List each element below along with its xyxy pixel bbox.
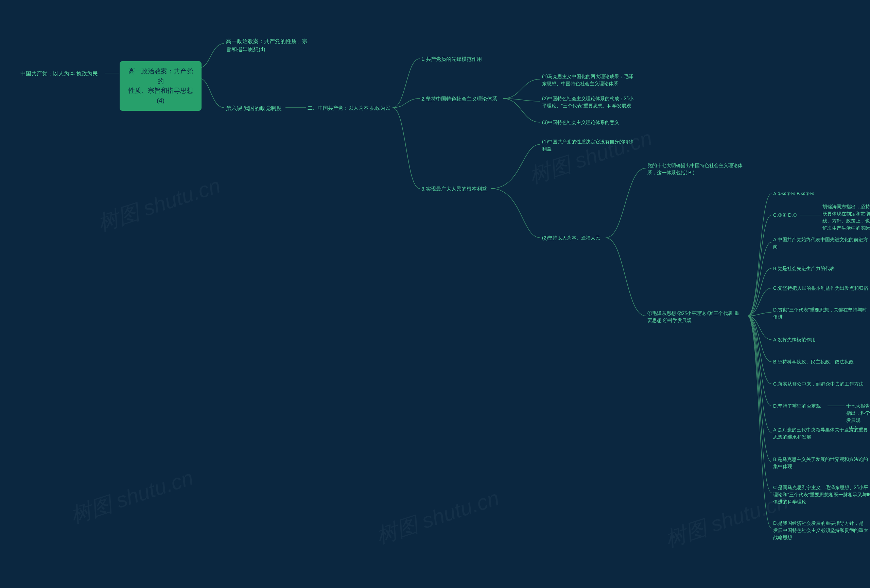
q2-b[interactable]: B.党是社会先进生产力的代表 — [773, 265, 835, 272]
node-3-2-a[interactable]: 党的十七大明确提出中国特色社会主义理论体 系，这一体系包括( B ) — [647, 162, 753, 176]
q3-c-label: C.落实从群众中来，到群众中去的工作方法 — [773, 381, 864, 387]
node-3-2-b-l1: ①毛泽东思想 ②邓小平理论 ③"三个代表"重 — [647, 310, 749, 317]
q4-c[interactable]: C.是同马克思列宁主义、毛泽东思想、邓小平 理论和"三个代表"重要思想相既一脉相… — [773, 484, 870, 505]
q4-b-l1: B.是马克思主义关于发展的世界观和方法论的 — [773, 456, 870, 463]
root-left-label: 中国共产党：以人为本 执政为民 — [20, 71, 98, 76]
q2-a-l1: A.中国共产党始终代表中国先进文化的前进方 — [773, 236, 870, 243]
mindmap-canvas: 树图 shutu.cn 树图 shutu.cn 树图 shutu.cn 树图 s… — [0, 0, 870, 588]
q2-c-label: C.党坚持把人民的根本利益作为出发点和归宿 — [773, 285, 868, 291]
watermark: 树图 shutu.cn — [372, 484, 503, 550]
q3-a[interactable]: A.发挥先锋模范作用 — [773, 336, 816, 344]
watermark: 树图 shutu.cn — [67, 463, 197, 530]
node-2-2-l1: (2)中国特色社会主义理论体系的构成：邓小 — [542, 95, 647, 102]
central-line2: 性质、宗旨和指导思想(4) — [126, 86, 195, 105]
node-3[interactable]: 3.实现最广大人民的根本利益 — [422, 185, 487, 193]
node-2-2-l2: 平理论、"三个代表"重要思想、科学发展观 — [542, 102, 647, 109]
node-2-1[interactable]: (1)马克思主义中国化的两大理论成果：毛泽 东思想、中国特色社会主义理论体系 — [542, 73, 647, 87]
node-3-2-b[interactable]: ①毛泽东思想 ②邓小平理论 ③"三个代表"重 要思想 ④科学发展观 — [647, 310, 749, 324]
q3-d[interactable]: D.坚持了辩证的否定观 — [773, 402, 821, 410]
central-node[interactable]: 高一政治教案：共产党的 性质、宗旨和指导思想(4) — [120, 61, 201, 111]
node-3-2-a-l1: 党的十七大明确提出中国特色社会主义理论体 — [647, 162, 753, 169]
central-line1: 高一政治教案：共产党的 — [126, 67, 195, 86]
opt-a1[interactable]: A.①②③④ B.②③④ — [773, 190, 814, 197]
opt-c1[interactable]: C.③④ D.① — [773, 211, 797, 219]
node-3-1[interactable]: (1)中国共产党的性质决定它没有自身的特殊 利益 — [542, 138, 647, 152]
node-3-1-l1: (1)中国共产党的性质决定它没有自身的特殊 — [542, 138, 647, 145]
opt-c1-note[interactable]: 胡锦涛同志指出，坚持立党为公、执政为民, 既要体现在制定和贯彻符合人民群众利益的… — [822, 203, 870, 232]
q2-b-label: B.党是社会先进生产力的代表 — [773, 266, 835, 271]
node-1-label: 1.共产党员的先锋模范作用 — [422, 56, 482, 62]
q3-d-label: D.坚持了辩证的否定观 — [773, 403, 821, 409]
q3-a-label: A.发挥先锋模范作用 — [773, 337, 816, 342]
q4-c-l2: 理论和"三个代表"重要思想相既一脉相承又与时 — [773, 491, 870, 498]
opt-c1-note-l4: 解决生产生活中的实际问题上。这表明( C ) — [822, 225, 870, 232]
q4-d-l2: 发展中国特色社会主义必须坚持和贯彻的重大 — [773, 527, 870, 534]
opt-c1-label: C.③④ D.① — [773, 212, 797, 218]
q2-d-l1: D.贯彻"三个代表"重要思想，关键在坚持与时 — [773, 307, 870, 314]
opt-c1-note-l1: 胡锦涛同志指出，坚持立党为公、执政为民, — [822, 203, 870, 210]
node-1[interactable]: 1.共产党员的先锋模范作用 — [422, 55, 482, 63]
q4-a-l2: 思想的继承和发展 — [773, 433, 870, 441]
opt-c1-note-l3: 线、方针、政策上，也要体现在帮助人民群众 — [822, 217, 870, 225]
opt-c1-note-l2: 既要体现在制定和贯彻符合人民群众利益的路 — [822, 210, 870, 217]
node-3-2[interactable]: (2)坚持以人为本、造福人民 — [542, 234, 600, 241]
node-2-label: 2.坚持中国特色社会主义理论体系 — [422, 96, 497, 101]
opt-a1-label: A.①②③④ B.②③④ — [773, 191, 814, 196]
q2-a[interactable]: A.中国共产党始终代表中国先进文化的前进方 向 — [773, 236, 870, 250]
node-2-3[interactable]: (3)中国特色社会主义理论体系的意义 — [542, 119, 619, 126]
node-2-2[interactable]: (2)中国特色社会主义理论体系的构成：邓小 平理论、"三个代表"重要思想、科学发… — [542, 95, 647, 109]
watermark: 树图 shutu.cn — [661, 487, 791, 554]
q2-c[interactable]: C.党坚持把人民的根本利益作为出发点和归宿 — [773, 285, 868, 292]
branch-2-label: 第六课 我国的政党制度 — [226, 105, 282, 111]
branch-2[interactable]: 第六课 我国的政党制度 — [226, 104, 282, 112]
q3-b-label: B.坚持科学执政、民主执政、依法执政 — [773, 359, 854, 365]
watermark: 树图 shutu.cn — [94, 171, 224, 238]
node-3-label: 3.实现最广大人民的根本利益 — [422, 186, 487, 192]
branch-1[interactable]: 高一政治教案：共产党的性质、宗 旨和指导思想(4) — [226, 37, 314, 54]
node-3-2-a-l2: 系，这一体系包括( B ) — [647, 169, 753, 176]
root-left[interactable]: 中国共产党：以人为本 执政为民 — [20, 70, 105, 78]
node-2-1-l1: (1)马克思主义中国化的两大理论成果：毛泽 — [542, 73, 647, 80]
node-3-2-label: (2)坚持以人为本、造福人民 — [542, 235, 600, 241]
node-3-1-l2: 利益 — [542, 145, 647, 152]
q4-b-l2: 集中体现 — [773, 463, 870, 470]
branch-2-1-label: 二、中国共产党：以人为本 执政为民 — [308, 105, 390, 111]
node-3-2-b-l2: 要思想 ④科学发展观 — [647, 317, 749, 324]
q4-a-l1: A.是对党的三代中央领导集体关于发展的重要 — [773, 426, 870, 433]
q4-c-l1: C.是同马克思列宁主义、毛泽东思想、邓小平 — [773, 484, 870, 491]
q4-d-l1: D.是我国经济社会发展的重要指导方针，是 — [773, 520, 870, 527]
q4-c-l3: 俱进的科学理论 — [773, 498, 870, 505]
node-2-1-l2: 东思想、中国特色社会主义理论体系 — [542, 80, 647, 87]
branch-2-1[interactable]: 二、中国共产党：以人为本 执政为民 — [308, 104, 390, 112]
q2-a-l2: 向 — [773, 243, 870, 250]
q4-d-l3: 战略思想 — [773, 534, 870, 541]
q4-a[interactable]: A.是对党的三代中央领导集体关于发展的重要 思想的继承和发展 — [773, 426, 870, 441]
q3-b[interactable]: B.坚持科学执政、民主执政、依法执政 — [773, 358, 854, 366]
node-2[interactable]: 2.坚持中国特色社会主义理论体系 — [422, 95, 497, 103]
branch-1-l1: 高一政治教案：共产党的性质、宗 — [226, 37, 314, 46]
q3-c[interactable]: C.落实从群众中来，到群众中去的工作方法 — [773, 380, 864, 388]
branch-1-l2: 旨和指导思想(4) — [226, 46, 314, 54]
q4-b[interactable]: B.是马克思主义关于发展的世界观和方法论的 集中体现 — [773, 456, 870, 470]
node-2-3-label: (3)中国特色社会主义理论体系的意义 — [542, 119, 619, 125]
q2-d[interactable]: D.贯彻"三个代表"重要思想，关键在坚持与时 俱进 — [773, 307, 870, 321]
q2-d-l2: 俱进 — [773, 314, 870, 321]
q4-d[interactable]: D.是我国经济社会发展的重要指导方针，是 发展中国特色社会主义必须坚持和贯彻的重… — [773, 520, 870, 541]
watermark: 树图 shutu.cn — [525, 124, 655, 190]
